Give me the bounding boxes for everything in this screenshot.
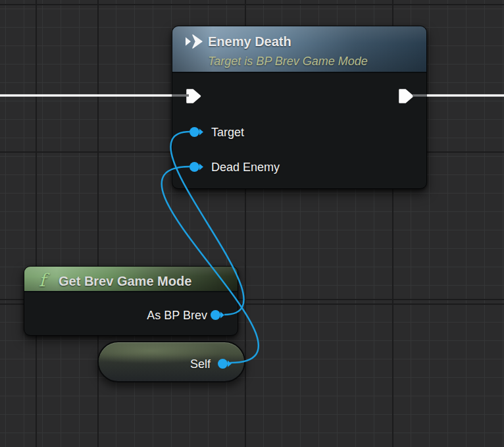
node-enemy-death-title: Enemy Death	[208, 34, 291, 49]
self-pin-label: Self	[190, 357, 211, 371]
node-get-brev-game-mode[interactable]: f Get Brev Game Mode As BP Brev	[24, 266, 238, 336]
event-icon	[184, 34, 204, 49]
node-enemy-death-subtitle: Target is BP Brev Game Mode	[208, 54, 368, 68]
node-enemy-death[interactable]: Enemy Death Target is BP Brev Game Mode …	[172, 26, 427, 189]
exec-in-pin-icon[interactable]	[186, 88, 203, 104]
target-pin-label: Target	[211, 125, 244, 140]
exec-out-pin-icon[interactable]	[398, 88, 415, 104]
as-bp-brev-pin-label: As BP Brev	[147, 308, 207, 323]
dead-enemy-pin-icon[interactable]	[189, 161, 204, 172]
dead-enemy-pin-label: Dead Enemy	[211, 160, 280, 174]
self-pin-icon[interactable]	[217, 358, 232, 369]
node-self[interactable]: Self	[97, 341, 245, 382]
function-icon: f	[39, 270, 45, 291]
as-bp-brev-pin-icon[interactable]	[210, 309, 225, 321]
target-pin-icon[interactable]	[189, 126, 204, 138]
node-get-brev-game-mode-title: Get Brev Game Mode	[59, 273, 191, 289]
blueprint-graph-canvas[interactable]: Enemy Death Target is BP Brev Game Mode …	[0, 0, 504, 447]
